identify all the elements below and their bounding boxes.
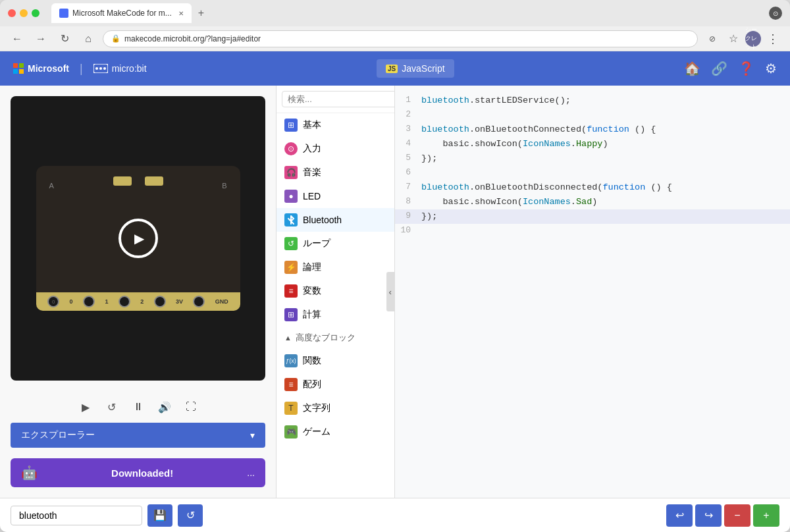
code-content: 1 bluetooth.startLEDService(); 2 3 bluet…	[395, 86, 790, 498]
microbit-board: 0 0 1 2 3V GND	[36, 166, 240, 311]
tab-title: Microsoft MakeCode for m...	[72, 9, 172, 18]
block-icon-functions: ƒ(x)	[284, 354, 298, 367]
code-line-6: 6	[395, 166, 790, 180]
block-item-basic[interactable]: ⊞ 基本	[276, 113, 394, 137]
zoom-out-button[interactable]: −	[724, 504, 750, 527]
sim-sound-btn[interactable]: 🔊	[154, 396, 175, 417]
undo-button[interactable]: ↩	[666, 504, 693, 527]
explorer-button[interactable]: エクスプローラー ▾	[11, 423, 265, 448]
microbit-logo: micro:bit	[93, 63, 147, 74]
simulator-controls: ▶ ↺ ⏸ 🔊 ⛶	[0, 391, 276, 423]
block-item-bluetooth[interactable]: Bluetooth	[276, 208, 394, 232]
sim-play-btn[interactable]: ▶	[75, 396, 96, 417]
block-label-arrays: 配列	[303, 379, 321, 390]
minimize-traffic-light[interactable]	[20, 9, 28, 17]
simulator-panel: 0 0 1 2 3V GND	[0, 86, 276, 498]
sim-content: 0 0 1 2 3V GND	[11, 96, 265, 381]
home-icon[interactable]: 🏠	[684, 61, 700, 76]
app-container: Microsoft | micro:bit JS JavaScript	[0, 51, 790, 532]
block-icon-math: ⊞	[284, 308, 298, 321]
code-line-10: 10	[395, 224, 790, 238]
redo-button[interactable]: ↪	[695, 504, 722, 527]
profile-label: シークレット	[745, 26, 761, 51]
code-line-2: 2	[395, 108, 790, 122]
js-toggle-label: JavaScript	[402, 63, 444, 74]
board-connector-left	[113, 176, 132, 186]
lock-icon: 🔒	[111, 34, 120, 43]
advanced-label: 高度なブロック	[296, 332, 356, 344]
line-num-3: 3	[395, 122, 421, 137]
active-tab[interactable]: Microsoft MakeCode for m... ✕	[51, 3, 192, 23]
main-content: 0 0 1 2 3V GND	[0, 86, 790, 498]
blocks-list: ⊞ 基本 ⊙ 入力 🎧 音楽 ● LED	[276, 113, 394, 498]
bottom-search-input[interactable]	[11, 506, 142, 525]
maximize-traffic-light[interactable]	[32, 9, 40, 17]
block-item-loop[interactable]: ↺ ループ	[276, 232, 394, 255]
block-item-math[interactable]: ⊞ 計算	[276, 303, 394, 327]
line-content-3: bluetooth.onBluetoothConnected(function …	[421, 122, 790, 137]
block-item-music[interactable]: 🎧 音楽	[276, 161, 394, 184]
help-icon[interactable]: ❓	[738, 61, 754, 76]
block-icon-strings: T	[284, 402, 298, 415]
block-item-arrays[interactable]: ≡ 配列	[276, 373, 394, 396]
bookmark-btn[interactable]: ☆	[724, 30, 743, 48]
cast-btn[interactable]: ⊘	[703, 30, 722, 48]
new-tab-button[interactable]: +	[194, 7, 208, 19]
block-item-led[interactable]: ● LED	[276, 184, 394, 208]
code-line-9: 9 });	[395, 209, 790, 224]
block-item-functions[interactable]: ƒ(x) 関数	[276, 349, 394, 373]
sim-restart-btn[interactable]: ↺	[101, 396, 122, 417]
save-button[interactable]: 💾	[147, 504, 172, 527]
advanced-section-header[interactable]: ▲ 高度なブロック	[276, 327, 394, 349]
forward-button[interactable]: →	[32, 30, 50, 48]
block-label-music: 音楽	[303, 167, 321, 178]
download-more-btn[interactable]: ...	[247, 467, 255, 478]
board-connectors	[113, 176, 163, 186]
settings-icon[interactable]: ⚙	[765, 61, 777, 76]
line-content-8: basic.showIcon(IconNames.Sad)	[421, 195, 790, 209]
code-line-8: 8 basic.showIcon(IconNames.Sad)	[395, 195, 790, 209]
block-item-variables[interactable]: ≡ 変数	[276, 279, 394, 303]
blocks-search-input[interactable]	[282, 91, 395, 107]
tab-close-btn[interactable]: ✕	[178, 10, 184, 17]
download-bar[interactable]: 🤖 Downloaded! ...	[11, 458, 265, 487]
browser-menu-btn[interactable]: ⊙	[769, 7, 782, 20]
browser-menu-dots[interactable]: ⋮	[764, 30, 782, 48]
block-label-game: ゲーム	[303, 426, 330, 438]
refresh-button[interactable]: ↺	[178, 504, 203, 527]
block-icon-variables: ≡	[284, 284, 298, 298]
zoom-in-button[interactable]: +	[753, 504, 779, 527]
download-label: Downloaded!	[43, 467, 242, 479]
block-label-functions: 関数	[303, 355, 321, 367]
profile-button[interactable]: シークレット	[745, 31, 761, 47]
blocks-collapse-btn[interactable]: ‹	[386, 272, 394, 311]
address-bar[interactable]: 🔒 makecode.microbit.org/?lang=ja#editor	[103, 30, 698, 47]
line-content-10	[421, 224, 790, 238]
js-toggle-btn[interactable]: JS JavaScript	[377, 59, 454, 78]
block-icon-bluetooth	[284, 213, 298, 226]
line-num-5: 5	[395, 151, 421, 166]
line-num-10: 10	[395, 224, 421, 238]
share-icon[interactable]: 🔗	[711, 61, 727, 76]
block-icon-basic: ⊞	[284, 119, 298, 132]
block-item-strings[interactable]: T 文字列	[276, 396, 394, 420]
svg-point-3	[103, 67, 106, 70]
back-button[interactable]: ←	[8, 30, 26, 48]
line-content-6	[421, 166, 790, 180]
pin-3v	[154, 296, 166, 307]
line-content-4: basic.showIcon(IconNames.Happy)	[421, 137, 790, 151]
block-item-game[interactable]: 🎮 ゲーム	[276, 420, 394, 444]
block-icon-loop: ↺	[284, 237, 298, 250]
sim-expand-btn[interactable]: ⛶	[180, 396, 201, 417]
js-icon: JS	[386, 65, 398, 73]
reload-button[interactable]: ↻	[55, 30, 74, 48]
block-item-input[interactable]: ⊙ 入力	[276, 137, 394, 161]
home-button[interactable]: ⌂	[79, 30, 97, 48]
simulator-play-button[interactable]	[118, 219, 158, 258]
advanced-chevron: ▲	[284, 334, 292, 342]
block-item-logic[interactable]: ⚡ 論理	[276, 255, 394, 279]
board-connector-right	[145, 176, 163, 186]
pin-label-2: 2	[140, 298, 144, 305]
close-traffic-light[interactable]	[8, 9, 16, 17]
sim-pause-btn[interactable]: ⏸	[128, 396, 149, 417]
